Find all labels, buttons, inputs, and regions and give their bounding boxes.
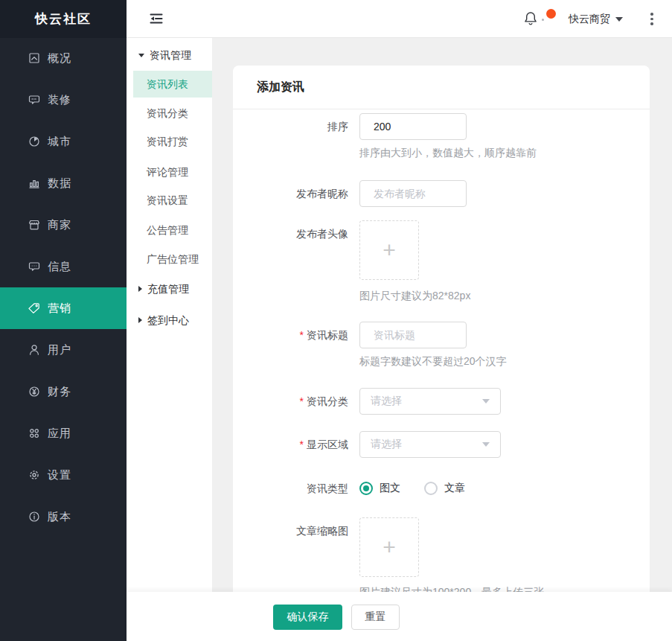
submenu-item-news-reward[interactable]: 资讯打赏 [147,128,188,155]
notifications-bell-icon[interactable] [522,10,540,28]
decoration-icon [28,93,41,106]
radio-circle-icon [424,482,438,495]
category-select-placeholder: 请选择 [371,395,482,408]
sidebar-item-label: 城市 [48,135,71,149]
required-asterisk: * [300,395,304,407]
marketing-icon [28,302,41,315]
radio-image-text[interactable]: 图文 [359,482,400,495]
sidebar-item-merchant[interactable]: 商家 [0,204,127,246]
select-caret-icon [482,399,490,404]
submenu-group-checkin-center[interactable]: 签到中心 [138,307,189,334]
city-icon [28,135,41,148]
thumbnail-hint: 图片建议尺寸为100*200，最多上传三张 [359,585,544,592]
more-options-icon[interactable] [647,0,657,38]
app-logo: 快云社区 [0,0,127,38]
sidebar-item-label: 概况 [48,51,71,66]
submenu-item-ad-slot-management[interactable]: 广告位管理 [147,246,199,272]
region-select-placeholder: 请选择 [371,438,482,451]
plus-icon: + [383,536,396,558]
merchant-name: 快云商贸 [569,13,610,26]
required-asterisk: * [300,439,304,450]
sidebar-item-label: 财务 [48,385,71,399]
sidebar-item-label: 应用 [48,427,71,441]
main-sidebar: 快云社区 概况 装修 城市 数据 商家 信息 营销 [0,0,127,641]
sidebar-item-user[interactable]: 用户 [0,329,127,371]
sidebar-item-settings[interactable]: 设置 [0,454,127,496]
sort-input[interactable] [359,113,467,140]
avatar-hint: 图片尺寸建议为82*82px [359,289,470,302]
page-title: 添加资讯 [257,66,304,109]
sidebar-item-marketing[interactable]: 营销 [0,287,127,329]
news-type-radio-group: 图文 文章 [359,481,489,496]
region-label: *显示区域 [233,431,348,458]
required-asterisk: * [300,329,304,341]
region-label-text: 显示区域 [307,439,348,450]
merchant-icon [28,218,41,232]
sort-hint: 排序由大到小，数值越大，顺序越靠前 [359,146,537,159]
user-icon [28,343,41,357]
notification-badge-dot [546,9,556,19]
radio-label: 图文 [380,482,400,495]
category-label: *资讯分类 [233,388,348,415]
add-news-card: 添加资讯 排序 排序由大到小，数值越大，顺序越靠前 发布者昵称 发布者头像 + … [233,66,650,592]
thumbnail-upload-box[interactable]: + [359,517,419,577]
select-caret-icon [482,442,490,447]
radio-label: 文章 [444,482,465,495]
sidebar-item-label: 数据 [48,176,71,191]
avatar-upload-box[interactable]: + [359,220,419,280]
submenu-item-announcement-management[interactable]: 公告管理 [147,217,188,243]
plus-icon: + [383,239,396,261]
sidebar-item-message[interactable]: 信息 [0,246,127,287]
nickname-label: 发布者昵称 [233,180,348,207]
sidebar-item-apps[interactable]: 应用 [0,412,127,454]
radio-circle-icon [359,482,373,495]
sort-label: 排序 [233,113,348,140]
sidebar-item-finance[interactable]: 财务 [0,371,127,412]
sidebar-item-city[interactable]: 城市 [0,121,127,162]
triangle-down-icon [138,54,144,57]
submenu-item-news-category[interactable]: 资讯分类 [147,100,188,127]
message-icon [28,260,41,273]
sidebar-item-decoration[interactable]: 装修 [0,79,127,121]
news-type-label: 资讯类型 [233,475,348,502]
sidebar-item-label: 营销 [48,302,71,316]
sidebar-item-label: 设置 [48,468,71,482]
settings-icon [28,468,41,482]
save-button[interactable]: 确认保存 [273,605,342,630]
topbar: 快云商贸 [127,0,672,38]
category-select[interactable]: 请选择 [359,388,501,415]
category-label-text: 资讯分类 [307,395,348,407]
submenu-item-comment-management[interactable]: 评论管理 [147,159,188,185]
region-select[interactable]: 请选择 [359,431,501,458]
apps-icon [28,427,41,440]
collapse-menu-icon[interactable] [148,10,164,27]
submenu-item-news-list[interactable]: 资讯列表 [133,71,212,98]
submenu-item-news-settings[interactable]: 资讯设置 [147,187,188,214]
news-title-input[interactable] [359,322,467,348]
radio-article[interactable]: 文章 [424,482,465,495]
submenu-group-label: 资讯管理 [150,42,191,68]
secondary-sidebar: 资讯管理 资讯列表 资讯分类 资讯打赏 评论管理 资讯设置 公告管理 广告位管理… [127,38,212,592]
submenu-group-news-management[interactable]: 资讯管理 [138,42,191,68]
thumbnail-label: 文章缩略图 [233,517,348,544]
main-nav: 概况 装修 城市 数据 商家 信息 营销 用户 [0,37,127,538]
submenu-group-label: 充值管理 [147,275,189,302]
nickname-input[interactable] [359,180,467,207]
finance-icon [28,385,41,398]
overview-icon [28,51,41,65]
data-icon [28,176,41,190]
main-content: 添加资讯 排序 排序由大到小，数值越大，顺序越靠前 发布者昵称 发布者头像 + … [212,38,672,592]
sidebar-item-overview[interactable]: 概况 [0,37,127,79]
submenu-group-recharge-management[interactable]: 充值管理 [138,275,189,302]
avatar-label: 发布者头像 [233,220,348,247]
sidebar-item-data[interactable]: 数据 [0,162,127,204]
card-divider [233,109,650,109]
sidebar-item-label: 商家 [48,218,71,232]
form-footer: 确认保存 重置 [127,592,672,641]
merchant-dropdown[interactable]: 快云商贸 [569,0,623,38]
triangle-right-icon [138,286,142,292]
sidebar-item-version[interactable]: 版本 [0,496,127,538]
sidebar-item-label: 信息 [48,260,71,274]
separator-dot [542,19,544,21]
reset-button[interactable]: 重置 [351,605,400,630]
